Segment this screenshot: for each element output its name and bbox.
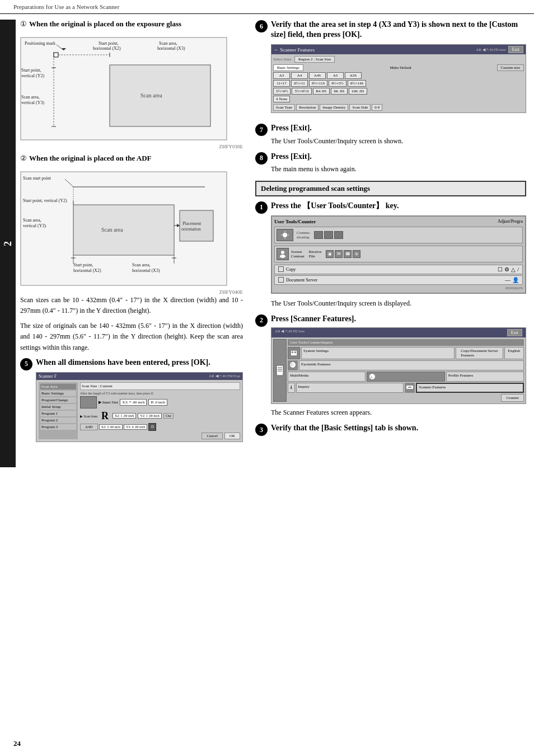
ut-file-text: File [309, 254, 322, 259]
body-text-2: The size of originals can be 140 - 432mm… [20, 321, 243, 353]
ut-icon-row-1: Commu- nicating [274, 227, 523, 243]
step6-btn-8hx11[interactable]: 8½×11 [291, 80, 308, 87]
step6-btn-a5s[interactable]: A5S [345, 72, 362, 79]
svg-point-53 [280, 255, 285, 258]
svg-rect-66 [408, 387, 411, 388]
step5-nav-item-7[interactable]: Program 3 [40, 424, 76, 430]
step6-btn-none[interactable]: 4 None [273, 96, 290, 102]
step6-tab-basic-settings[interactable]: Basic Settings [273, 64, 303, 71]
svg-rect-54 [277, 365, 283, 375]
step6-btn-a4[interactable]: A4 [291, 72, 308, 79]
step6-btn-a4s[interactable]: A4S [309, 72, 326, 79]
svg-text:Placement: Placement [182, 221, 202, 226]
inquiry-grid: User Tools/Counter/Inquiry System Settin… [288, 339, 524, 402]
inq-counter[interactable]: Counter [501, 394, 524, 402]
ut-icon-group-1 [314, 231, 343, 239]
doc-icon-2: 👤 [512, 277, 519, 283]
step5-x3-scan[interactable]: X3: 3 .00 inch [99, 424, 123, 430]
step5-enter-btn[interactable]: ⊙ [148, 423, 156, 431]
inquiry-exit-btn[interactable]: Exit [507, 329, 522, 336]
ut-doc-server-row[interactable]: Document Server — 👤 [274, 275, 523, 285]
inq-inquiry[interactable]: Inquiry [296, 383, 404, 393]
step-6-num-label: 6 [260, 22, 263, 31]
step6-btn-8hx11s[interactable]: 8½×11S [309, 80, 327, 87]
step6-screen: ← Scanner Features AR ◀ 7:30 FE:lore Exi… [271, 44, 526, 113]
inq-facsimile[interactable]: Facsimile Features [299, 360, 524, 370]
step6-header-right: AR ◀ 7:30 FE:lore Exit [476, 46, 523, 53]
ut-screen-contrast-label: Screen Contrast [291, 250, 305, 259]
doc-icons: — 👤 [505, 277, 519, 283]
svg-rect-59 [292, 351, 293, 353]
step5-x-input[interactable]: X3: 7 .00 inch [120, 399, 147, 406]
delete-step-3-content: Verify that the [Basic Settings] tab is … [271, 423, 526, 435]
inquiry-header: AR ◀ 7:30 FE:lore Exit [271, 328, 526, 337]
step6-exit-btn[interactable]: Exit [508, 46, 523, 53]
copy-checkbox[interactable] [278, 266, 284, 272]
left-column: ① When the original is placed on the exp… [16, 20, 251, 467]
step6-custom-size[interactable]: Custom size [497, 64, 524, 71]
delete-step-3-num-label: 3 [260, 426, 263, 434]
step5-screen-info: AR ◀ 7:40 FM:Exp [209, 374, 240, 378]
doc-server-label: Document Server [286, 278, 317, 283]
inq-multimedia[interactable]: MultiMedia [288, 372, 366, 382]
svg-point-47 [283, 233, 287, 237]
step5-right-panel: Scan Size : Custom After the length of Y… [80, 382, 240, 439]
step-7: 7 Press [Exit]. The User Tools/Counter/I… [255, 123, 526, 145]
step5-nav-item-6[interactable]: Program 2 [40, 417, 76, 423]
svg-text:A: A [370, 375, 373, 379]
step5-nav-item-2[interactable]: Basic Settings [40, 391, 76, 396]
inq-profile-label: Profile Features [448, 373, 474, 378]
step5-nav-item-1[interactable]: Scan Area [40, 384, 76, 389]
inq-profile[interactable]: Profile Features [446, 372, 524, 382]
step5-nav-item-3[interactable]: Program/Change [40, 397, 76, 403]
step5-screen-body: Scan Area Basic Settings Program/Change … [36, 380, 242, 442]
step5-y-input[interactable]: B .0 inch [148, 399, 167, 406]
step6-btn-8kjis[interactable]: 8K JIS [331, 88, 348, 95]
step5-nav-item-4[interactable]: Initial Setup [40, 404, 76, 410]
inq-scanner[interactable]: Scanner Features [416, 383, 524, 393]
step6-make-default[interactable]: Make Default [306, 64, 496, 71]
svg-rect-60 [294, 351, 296, 353]
inquiry-left-icon [273, 339, 287, 402]
circle-2-label: ② [20, 154, 27, 163]
step-7-title: Press [Exit]. [271, 123, 526, 133]
step6-btn-8hx14s[interactable]: 8½×14S [348, 80, 367, 87]
delete-step-1-title: Press the 【User Tools/Counter】 key. [271, 201, 526, 211]
inquiry-cells: System Settings Copy/Document ServerFeat… [288, 347, 524, 359]
step6-bottom-row: 4 None [273, 96, 524, 102]
step5-x3-val[interactable]: X2: 1 .00 inch [113, 413, 136, 419]
step-6-number: 6 [255, 20, 268, 32]
step-circle-2: ② When the original is placed on the ADF [20, 154, 243, 166]
step5-size-label: ▶ Input Size [99, 400, 118, 405]
svg-text:Start point, vertical (Y2): Start point, vertical (Y2) [23, 198, 67, 203]
step-7-desc: The User Tools/Counter/Inquiry screen is… [271, 136, 526, 146]
step6-btn-11x17[interactable]: 11×17 [273, 80, 290, 87]
step6-btn-16kjis[interactable]: 16K JIS [349, 88, 367, 95]
step5-ok-btn[interactable]: OK [224, 433, 240, 439]
step-5-content: When all dimensions have been entered, p… [36, 358, 243, 447]
step6-btn-8hx5h[interactable]: 8½×5½ [329, 80, 346, 87]
svg-text:Scan start point: Scan start point [23, 176, 51, 181]
svg-text:Start point,: Start point, [21, 68, 41, 73]
doc-server-checkbox[interactable] [278, 277, 284, 283]
inq-inquiry-label: Inquiry [298, 384, 310, 389]
step6-btn-5hx8h[interactable]: 5½×8½ [273, 88, 291, 95]
step5-y3-val[interactable]: Y2: 1 .00 inch [138, 413, 161, 419]
step6-btn-5hx8hs[interactable]: 5½×8½S [292, 88, 311, 95]
step5-nav-item-5[interactable]: Program 1 [40, 411, 76, 416]
ut-copy-row[interactable]: Copy ☐ ⚙ △ / [274, 265, 523, 274]
step6-btn-a3[interactable]: A3 [273, 72, 290, 79]
svg-text:vertical (Y3): vertical (Y3) [23, 223, 46, 228]
step6-btn-a5[interactable]: A5 [327, 72, 344, 79]
step6-tab-basic[interactable]: Region 2 : Scan Size [294, 56, 335, 63]
step6-btn-b4jis[interactable]: B4 JIS [313, 88, 330, 95]
inq-system-settings[interactable]: System Settings [301, 347, 455, 359]
delete-step-3-number: 3 [255, 424, 268, 436]
ut-recv-icon: ▣ [326, 250, 334, 258]
step5-y3-scan[interactable]: Y3: 4 .00 inch [124, 424, 147, 430]
step6-scan-type: Scan Type [273, 104, 295, 111]
inq-copy-doc-btn[interactable]: Copy/Document ServerFeatures [456, 347, 503, 359]
inq-english-btn[interactable]: English [504, 347, 524, 359]
step5-clear-btn[interactable]: Clur [163, 413, 174, 419]
step5-cancel-btn[interactable]: Cancel [202, 433, 222, 439]
